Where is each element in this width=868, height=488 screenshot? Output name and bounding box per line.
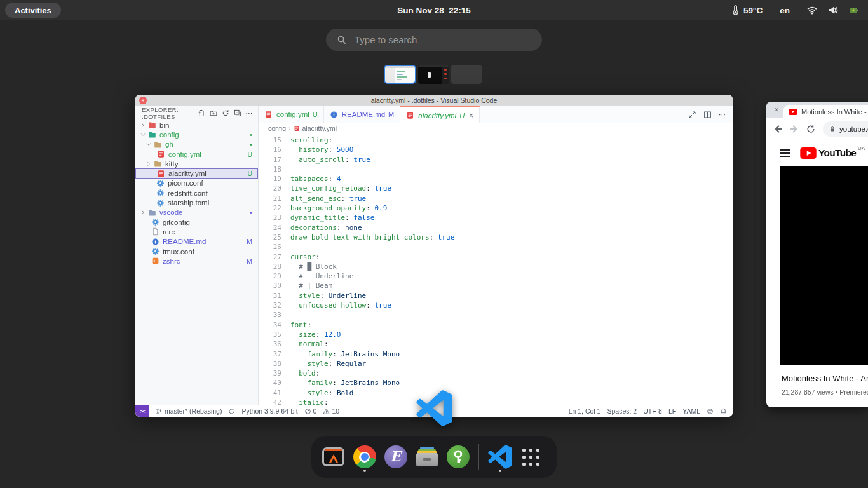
status-python-version[interactable]: Python 3.9.9 64-bit	[241, 407, 297, 415]
dock-item-alacritty[interactable]	[318, 436, 349, 478]
yaml-icon	[264, 110, 273, 119]
vscode-window[interactable]: × alacritty.yml - .dotfiles - Visual Stu…	[135, 95, 733, 417]
open-changes-icon[interactable]	[688, 111, 696, 119]
collapse-folders-icon[interactable]	[234, 109, 241, 117]
forward-icon[interactable]	[789, 124, 799, 134]
workspace-thumbnail-2[interactable]	[418, 65, 449, 84]
line-number: 23	[259, 213, 290, 222]
new-file-icon[interactable]	[198, 109, 205, 117]
close-tab-icon[interactable]: ×	[771, 105, 782, 115]
gear-icon	[156, 189, 165, 198]
explorer-title: EXPLORER: .DOTFILES	[142, 106, 198, 120]
dash-dock: E	[311, 436, 557, 478]
more-actions-icon[interactable]: ⋯	[246, 109, 253, 117]
status-language-mode[interactable]: YAML	[682, 407, 700, 415]
explorer-item-picom-conf[interactable]: picom.conf	[135, 179, 258, 188]
workspace-thumbnail-1[interactable]	[384, 65, 416, 84]
status-git-branch[interactable]: master* (Rebasing)	[156, 407, 222, 415]
explorer-item-config-yml[interactable]: config.ymlU	[135, 149, 258, 159]
code-line: 30 # | Beam	[259, 281, 733, 290]
vscode-titlebar[interactable]: × alacritty.yml - .dotfiles - Visual Stu…	[135, 95, 733, 106]
youtube-favicon	[789, 109, 797, 115]
dock-item-vscode[interactable]	[484, 436, 515, 478]
status-sync-button[interactable]	[228, 408, 235, 415]
status-problems-warnings[interactable]: 10	[323, 407, 339, 415]
explorer-item-tmux-conf[interactable]: tmux.conf	[135, 247, 258, 256]
dock-item-show-apps[interactable]	[515, 436, 546, 478]
top-bar: Activities Sun Nov 28 22:15 59°C en	[0, 0, 868, 20]
workspace-thumbnail-3-empty[interactable]	[451, 65, 482, 84]
editor-area: config.ymlUREADME.mdMalacritty.ymlU× ⋯ c…	[259, 106, 733, 405]
editor-tab-alacritty-yml[interactable]: alacritty.ymlU×	[400, 106, 480, 123]
status-indentation[interactable]: Spaces: 2	[607, 407, 637, 415]
explorer-item-alacritty-yml[interactable]: alacritty.ymlU	[135, 168, 258, 178]
new-folder-icon[interactable]	[210, 109, 217, 117]
chrome-active-tab[interactable]: Motionless In White -	[783, 105, 868, 118]
explorer-item-config[interactable]: config•	[135, 130, 258, 139]
youtube-logo[interactable]: YouTube UA	[800, 147, 865, 159]
explorer-item-kitty[interactable]: kitty	[135, 159, 258, 168]
address-bar[interactable]: youtube.com/wa	[823, 121, 868, 137]
code-line: 32 unfocused_hollow: true	[259, 301, 733, 310]
editor-tab-config-yml[interactable]: config.ymlU	[259, 106, 324, 123]
line-number: 41	[259, 388, 290, 398]
system-status-area[interactable]: 59°C en	[730, 0, 859, 20]
breadcrumb-item-alacritty-yml[interactable]: alacritty.yml	[302, 125, 337, 132]
line-number: 27	[259, 252, 290, 262]
line-text: normal:	[290, 339, 329, 349]
reload-icon[interactable]	[806, 124, 816, 134]
line-text: cursor:	[290, 252, 320, 262]
explorer-item-gh[interactable]: gh•	[135, 140, 258, 149]
explorer-item-readme-md[interactable]: README.mdM	[135, 237, 258, 247]
item-label: config.yml	[168, 151, 201, 158]
gear-icon	[156, 198, 165, 207]
editor-more-actions-icon[interactable]: ⋯	[719, 111, 726, 118]
explorer-item-rcrc[interactable]: rcrc	[135, 227, 258, 236]
status-remote-indicator[interactable]: ><	[135, 405, 149, 417]
explorer-item-bin[interactable]: bin	[135, 120, 258, 130]
thermometer-icon	[730, 5, 740, 15]
code-editor[interactable]: 15scrolling:16 history: 500017 auto_scro…	[259, 133, 733, 405]
explorer-item-starship-toml[interactable]: starship.toml	[135, 198, 258, 207]
dock-item-passwords[interactable]	[442, 436, 473, 478]
explorer-item-vscode[interactable]: vscode•	[135, 208, 258, 217]
close-tab-icon[interactable]: ×	[469, 111, 473, 120]
window-close-button[interactable]: ×	[139, 97, 147, 104]
explorer-item-zshrc[interactable]: zshrcM	[135, 256, 258, 266]
git-status-badge: •	[250, 131, 252, 139]
hamburger-menu-icon[interactable]	[780, 149, 790, 157]
line-number: 21	[259, 194, 290, 203]
dock-item-archive-manager[interactable]	[411, 436, 442, 478]
keyboard-layout[interactable]: en	[780, 6, 790, 15]
chrome-window[interactable]: × Motionless In White - youtube.com/wa Y…	[766, 102, 868, 407]
status-eol[interactable]: LF	[668, 407, 676, 415]
vscode-app-icon-badge[interactable]	[416, 390, 452, 426]
back-icon[interactable]	[773, 124, 783, 134]
explorer-item-redshift-conf[interactable]: redshift.conf	[135, 188, 258, 198]
split-editor-icon[interactable]	[703, 111, 712, 119]
status-problems-errors[interactable]: 0	[304, 407, 317, 415]
status-encoding[interactable]: UTF-8	[643, 407, 662, 415]
code-line: 29 # _ Underline	[259, 271, 733, 281]
video-player[interactable]	[780, 166, 868, 365]
activities-button[interactable]: Activities	[5, 3, 61, 18]
refresh-explorer-icon[interactable]	[222, 109, 229, 117]
explorer-item-gitconfig[interactable]: gitconfig	[135, 217, 258, 227]
code-line: 41 style: Bold	[259, 388, 733, 398]
clock[interactable]: Sun Nov 28 22:15	[397, 0, 471, 20]
breadcrumb-item-config[interactable]: config	[268, 125, 286, 132]
status-feedback[interactable]	[707, 408, 714, 415]
status-cursor-position[interactable]: Ln 1, Col 1	[569, 407, 601, 415]
yaml-icon	[294, 125, 300, 132]
editor-tab-readme-md[interactable]: README.mdM	[324, 106, 401, 123]
dock-item-emacs[interactable]: E	[380, 436, 411, 478]
line-text: alt_send_esc: true	[290, 194, 366, 203]
status-notifications[interactable]	[720, 408, 727, 415]
dock-item-chrome[interactable]	[349, 436, 380, 478]
search-field[interactable]: Type to search	[326, 29, 542, 51]
line-number: 22	[259, 203, 290, 213]
alacritty-icon	[322, 447, 344, 466]
folder-icon	[154, 159, 163, 168]
item-label: redshift.conf	[168, 189, 208, 197]
line-number: 35	[259, 330, 290, 339]
